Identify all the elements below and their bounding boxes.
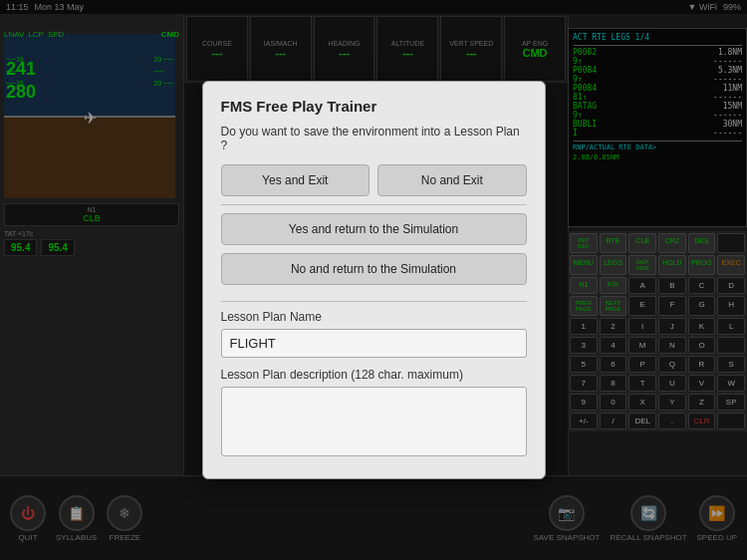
modal-primary-buttons: Yes and Exit No and Exit <box>221 164 527 196</box>
modal-overlay: FMS Free Play Trainer Do you want to sav… <box>0 0 747 560</box>
separator-2 <box>221 301 527 302</box>
separator-1 <box>221 204 527 205</box>
lesson-plan-desc-label: Lesson Plan description (128 char. maxim… <box>221 368 527 382</box>
no-and-exit-button[interactable]: No and Exit <box>377 164 527 196</box>
modal-title: FMS Free Play Trainer <box>221 98 527 115</box>
no-and-return-button[interactable]: No and return to the Simulation <box>221 253 527 285</box>
lesson-plan-description-input[interactable] <box>221 387 527 456</box>
yes-and-return-button[interactable]: Yes and return to the Simulation <box>221 213 527 245</box>
lesson-plan-name-label: Lesson Plan Name <box>221 310 527 324</box>
modal-question: Do you want to save the environment into… <box>221 125 527 152</box>
yes-and-exit-button[interactable]: Yes and Exit <box>221 164 371 196</box>
save-lesson-plan-dialog: FMS Free Play Trainer Do you want to sav… <box>202 81 546 479</box>
lesson-plan-name-input[interactable] <box>221 329 527 358</box>
